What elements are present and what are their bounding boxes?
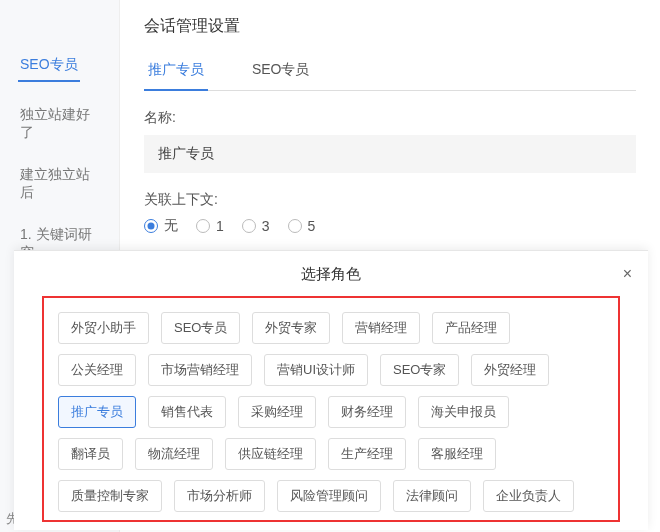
role-tag[interactable]: 产品经理: [432, 312, 510, 344]
radio-none[interactable]: 无: [144, 217, 178, 235]
role-tag[interactable]: 法律顾问: [393, 480, 471, 512]
role-tag[interactable]: 采购经理: [238, 396, 316, 428]
context-label: 关联上下文:: [144, 191, 636, 209]
role-tag[interactable]: 外贸小助手: [58, 312, 149, 344]
role-tag[interactable]: 营销经理: [342, 312, 420, 344]
name-value[interactable]: 推广专员: [144, 135, 636, 173]
role-tag[interactable]: 物流经理: [135, 438, 213, 470]
role-tag[interactable]: 市场营销经理: [148, 354, 252, 386]
role-tag[interactable]: 财务经理: [328, 396, 406, 428]
radio-5[interactable]: 5: [288, 218, 316, 234]
role-tag[interactable]: 供应链经理: [225, 438, 316, 470]
role-tag[interactable]: 企业负责人: [483, 480, 574, 512]
role-tag[interactable]: 市场分析师: [174, 480, 265, 512]
role-tag[interactable]: SEO专家: [380, 354, 459, 386]
close-icon[interactable]: ×: [623, 265, 632, 283]
role-tag[interactable]: 风险管理顾问: [277, 480, 381, 512]
role-tag[interactable]: 推广专员: [58, 396, 136, 428]
role-tag[interactable]: 翻译员: [58, 438, 123, 470]
radio-3[interactable]: 3: [242, 218, 270, 234]
dialog-title: 选择角色 ×: [14, 251, 648, 296]
role-tag[interactable]: 公关经理: [58, 354, 136, 386]
role-tag[interactable]: 营销UI设计师: [264, 354, 368, 386]
role-tag[interactable]: 外贸专家: [252, 312, 330, 344]
tabs: 推广专员 SEO专员: [144, 51, 636, 91]
radio-1[interactable]: 1: [196, 218, 224, 234]
sidebar-item[interactable]: SEO专员: [18, 50, 80, 82]
tab-seo[interactable]: SEO专员: [248, 51, 314, 89]
role-tag[interactable]: SEO专员: [161, 312, 240, 344]
tab-promotion[interactable]: 推广专员: [144, 51, 208, 91]
context-radios: 无 1 3 5: [144, 217, 636, 235]
role-tag[interactable]: 客服经理: [418, 438, 496, 470]
sidebar-item[interactable]: 建立独立站后: [0, 154, 119, 214]
role-tag[interactable]: 海关申报员: [418, 396, 509, 428]
role-tag[interactable]: 销售代表: [148, 396, 226, 428]
role-list-box: 外贸小助手SEO专员外贸专家营销经理产品经理公关经理市场营销经理营销UI设计师S…: [42, 296, 620, 522]
page-title: 会话管理设置: [144, 16, 636, 37]
role-dialog: 选择角色 × 外贸小助手SEO专员外贸专家营销经理产品经理公关经理市场营销经理营…: [14, 250, 648, 530]
sidebar-item[interactable]: 独立站建好了: [0, 94, 119, 154]
role-tag[interactable]: 质量控制专家: [58, 480, 162, 512]
name-label: 名称:: [144, 109, 636, 127]
role-tag[interactable]: 外贸经理: [471, 354, 549, 386]
role-tag[interactable]: 生产经理: [328, 438, 406, 470]
